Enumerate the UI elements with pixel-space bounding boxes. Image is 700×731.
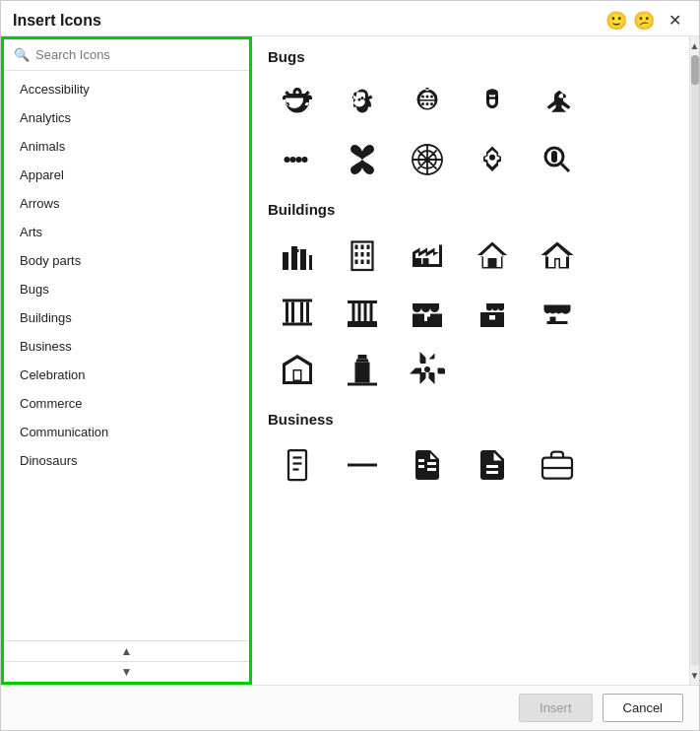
- svg-rect-14: [355, 245, 358, 250]
- honey-icon[interactable]: [463, 134, 522, 185]
- svg-rect-20: [355, 260, 358, 265]
- shop-icon-3[interactable]: [528, 287, 587, 338]
- panel-scroll-down[interactable]: ▼: [688, 668, 699, 683]
- svg-rect-26: [291, 302, 294, 323]
- barn-icon[interactable]: [268, 344, 327, 395]
- sidebar-item-apparel[interactable]: Apparel: [4, 161, 249, 189]
- cancel-button[interactable]: Cancel: [603, 694, 683, 722]
- sidebar-item-bugs[interactable]: Bugs: [4, 275, 249, 303]
- insert-button[interactable]: Insert: [519, 694, 593, 722]
- svg-rect-8: [285, 255, 286, 258]
- bugs-icons-grid: [268, 77, 673, 185]
- factory-icon[interactable]: [398, 230, 457, 281]
- bee-icon[interactable]: [463, 77, 522, 128]
- svg-rect-37: [356, 360, 368, 363]
- business-doc-icon-2[interactable]: [398, 439, 457, 491]
- svg-rect-30: [348, 321, 377, 324]
- dialog-title: Insert Icons: [13, 12, 101, 30]
- sidebar-item-celebration[interactable]: Celebration: [4, 361, 249, 389]
- columns-icon-1[interactable]: [268, 287, 327, 338]
- svg-rect-42: [359, 372, 365, 381]
- svg-rect-41: [362, 366, 365, 370]
- sidebar-item-body-parts[interactable]: Body parts: [4, 246, 249, 275]
- shop-icon-1[interactable]: [398, 287, 457, 338]
- svg-rect-39: [348, 383, 377, 386]
- sidebar-item-analytics[interactable]: Analytics: [4, 103, 249, 132]
- building-icon-1[interactable]: [333, 230, 392, 281]
- svg-rect-25: [286, 302, 288, 323]
- svg-rect-31: [348, 324, 377, 327]
- happy-face-icon[interactable]: 🙂: [605, 10, 627, 32]
- house-icon-1[interactable]: [463, 230, 522, 281]
- panel-scroll-thumb[interactable]: [691, 55, 699, 85]
- svg-rect-36: [358, 355, 367, 360]
- svg-rect-11: [297, 249, 299, 252]
- search-box: 🔍: [4, 39, 249, 71]
- icons-panel: Bugs: [252, 36, 689, 685]
- svg-rect-29: [348, 300, 377, 303]
- spiderweb-icon[interactable]: [398, 134, 457, 185]
- svg-point-0: [486, 90, 498, 96]
- caterpillar-icon[interactable]: [268, 134, 327, 185]
- sidebar-item-buildings[interactable]: Buildings: [4, 303, 249, 332]
- business-doc-icon-3[interactable]: [463, 439, 522, 491]
- svg-rect-9: [285, 261, 286, 264]
- svg-rect-21: [361, 260, 364, 265]
- house-icon-2[interactable]: [528, 230, 587, 281]
- svg-rect-7: [309, 255, 312, 270]
- sidebar-scroll-up[interactable]: ▲: [4, 640, 249, 661]
- category-list: Accessibility Analytics Animals Apparel …: [4, 71, 249, 640]
- svg-rect-10: [293, 249, 295, 252]
- butterfly-icon[interactable]: [333, 134, 392, 185]
- columns-icon-2[interactable]: [333, 287, 392, 338]
- buildings-icons-grid: [268, 230, 673, 395]
- business-icons-grid: [268, 439, 673, 491]
- close-button[interactable]: ✕: [663, 9, 687, 32]
- panel-scrollbar: ▲ ▼: [689, 36, 699, 685]
- sidebar-item-animals[interactable]: Animals: [4, 132, 249, 161]
- business-section: Business: [268, 411, 673, 491]
- svg-rect-40: [359, 366, 362, 370]
- footer-bar: Insert Cancel: [1, 685, 699, 730]
- svg-rect-22: [367, 260, 370, 265]
- sidebar-item-business[interactable]: Business: [4, 332, 249, 361]
- svg-rect-18: [361, 252, 364, 257]
- svg-rect-32: [352, 303, 355, 321]
- sidebar-item-dinosaurs[interactable]: Dinosaurs: [4, 446, 249, 475]
- business-line-icon[interactable]: [333, 439, 392, 491]
- windmill-icon[interactable]: [398, 344, 457, 395]
- tower-icon[interactable]: [333, 344, 392, 395]
- magnify-bug-icon[interactable]: [528, 134, 587, 185]
- sidebar-item-communication[interactable]: Communication: [4, 418, 249, 446]
- main-content: 🔍 Accessibility Analytics Animals Appare…: [1, 36, 699, 685]
- svg-rect-6: [300, 249, 306, 270]
- bug-icon-1[interactable]: [268, 77, 327, 128]
- sidebar-scroll-down[interactable]: ▼: [4, 661, 249, 682]
- city-icon-1[interactable]: [268, 230, 327, 281]
- svg-rect-15: [361, 245, 364, 250]
- svg-rect-17: [355, 252, 358, 257]
- sidebar-item-accessibility[interactable]: Accessibility: [4, 75, 249, 103]
- title-bar-icons: 🙂 😕 ✕: [605, 9, 687, 32]
- search-input[interactable]: [35, 47, 239, 62]
- sidebar-item-commerce[interactable]: Commerce: [4, 389, 249, 418]
- briefcase-icon[interactable]: [528, 439, 587, 491]
- insert-icons-dialog: Insert Icons 🙂 😕 ✕ 🔍 Accessibility Analy…: [0, 0, 700, 731]
- svg-rect-34: [364, 303, 367, 321]
- business-doc-icon-1[interactable]: [268, 439, 327, 491]
- sidebar-item-arts[interactable]: Arts: [4, 218, 249, 246]
- bug-icon-2[interactable]: [333, 77, 392, 128]
- buildings-section: Buildings: [268, 201, 673, 395]
- svg-rect-35: [370, 303, 373, 321]
- svg-rect-24: [283, 323, 312, 326]
- search-icon: 🔍: [14, 47, 30, 62]
- grasshopper-icon[interactable]: [528, 77, 587, 128]
- sad-face-icon[interactable]: 😕: [633, 10, 655, 32]
- ladybug-icon[interactable]: [398, 77, 457, 128]
- panel-scroll-up[interactable]: ▲: [688, 38, 699, 53]
- svg-rect-27: [300, 302, 303, 323]
- shop-icon-2[interactable]: [463, 287, 522, 338]
- sidebar-item-arrows[interactable]: Arrows: [4, 189, 249, 218]
- svg-rect-43: [288, 450, 306, 480]
- business-section-title: Business: [268, 411, 673, 428]
